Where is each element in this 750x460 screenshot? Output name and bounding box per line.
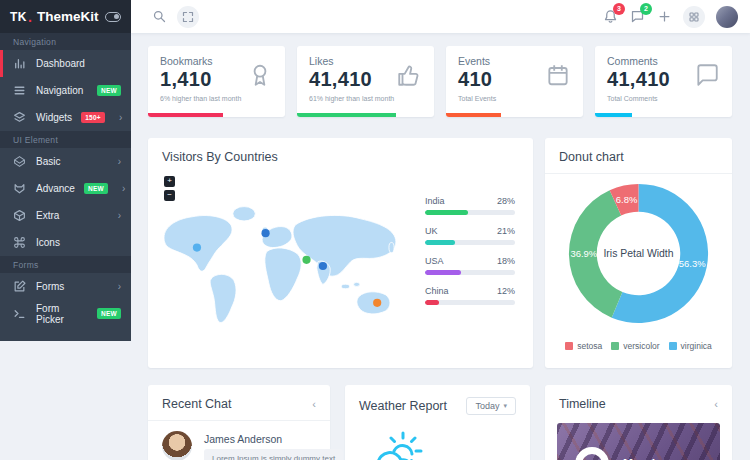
sidebar-item-advance[interactable]: Advance NEW ›	[0, 175, 131, 202]
count-badge: 150+	[81, 112, 105, 123]
country-name: India	[425, 196, 445, 206]
message-icon[interactable]: 2	[629, 9, 645, 25]
stat-subtext: Total Comments	[607, 95, 720, 102]
donut-chart[interactable]: 6.8% 36.9% 56.3% Iris Petal Width	[557, 172, 720, 335]
sidebar-item-forms[interactable]: Forms ›	[0, 273, 131, 300]
brand: TK . ThemeKit	[0, 0, 131, 33]
legend-label: setosa	[577, 341, 602, 351]
new-badge: NEW	[97, 85, 121, 96]
sidebar-item-label: Form Picker	[36, 303, 88, 325]
timeline-title: Timeline	[559, 397, 606, 411]
plus-icon[interactable]	[656, 9, 672, 25]
sidebar-item-extra[interactable]: Extra ›	[0, 202, 131, 229]
stat-progress	[595, 113, 732, 117]
timeline-image[interactable]: Monday	[557, 423, 720, 460]
sidebar-item-label: Dashboard	[36, 58, 85, 69]
visitors-card: Visitors By Countries + − India 28%	[148, 138, 533, 368]
legend-swatch	[565, 342, 573, 350]
stat-subtext: Total Events	[458, 95, 571, 102]
box-icon	[13, 209, 27, 223]
country-progress	[425, 270, 515, 275]
country-percent: 18%	[497, 256, 515, 266]
donut-label-versicolor: 36.9%	[570, 248, 597, 259]
brand-mark: TK	[10, 10, 27, 24]
award-icon	[247, 62, 273, 88]
country-name: UK	[425, 226, 438, 236]
country-row: China 12%	[425, 286, 515, 305]
timeline-card: Timeline ‹ Monday	[545, 385, 732, 460]
legend-item-virginica[interactable]: virginica	[669, 341, 712, 351]
mask-icon	[13, 182, 27, 196]
comment-icon	[694, 62, 720, 88]
topbar: 3 2	[131, 0, 750, 33]
stat-card-comments: Comments 41,410 Total Comments	[595, 46, 732, 117]
notification-count-badge: 3	[613, 3, 625, 15]
stat-subtext: 61% higher than last month	[309, 95, 422, 102]
sidebar-item-navigation[interactable]: Navigation NEW	[0, 77, 131, 104]
donut-title: Donut chart	[559, 150, 624, 164]
country-percent: 28%	[497, 196, 515, 206]
sidebar-section-forms: Forms	[0, 256, 131, 273]
country-progress	[425, 300, 515, 305]
country-list: India 28% UK 21% USA 18% China 12%	[425, 196, 515, 316]
map-marker-usa	[193, 243, 201, 251]
legend-swatch	[611, 342, 619, 350]
visitors-title: Visitors By Countries	[162, 150, 278, 164]
calendar-icon	[545, 62, 571, 88]
thumbs-up-icon	[396, 62, 422, 88]
weather-card: Weather Report Today ▾	[345, 385, 530, 460]
sidebar-item-form-picker[interactable]: Form Picker NEW	[0, 300, 131, 327]
legend-item-versicolor[interactable]: versicolor	[611, 341, 659, 351]
sidebar-item-label: Advance	[36, 183, 75, 194]
sidebar-collapse-toggle-icon[interactable]	[105, 12, 121, 22]
weather-range-select[interactable]: Today ▾	[466, 397, 516, 415]
sidebar-item-basic[interactable]: Basic ›	[0, 148, 131, 175]
legend-label: versicolor	[623, 341, 659, 351]
map-marker-india	[319, 262, 327, 270]
terminal-icon	[13, 307, 27, 321]
sidebar: TK . ThemeKit Navigation Dashboard Navig…	[0, 0, 131, 341]
world-map[interactable]	[156, 194, 412, 340]
menu-icon	[13, 84, 27, 98]
fullscreen-icon[interactable]	[177, 6, 199, 28]
stat-card-bookmarks: Bookmarks 1,410 6% higher than last mont…	[148, 46, 285, 117]
command-icon	[13, 236, 27, 250]
bell-icon[interactable]: 3	[602, 9, 618, 25]
country-row: USA 18%	[425, 256, 515, 275]
sidebar-item-label: Forms	[36, 281, 64, 292]
donut-label-setosa: 6.8%	[616, 194, 638, 205]
search-icon[interactable]	[151, 9, 167, 25]
weather-range-value: Today	[475, 401, 499, 411]
chat-message: Lorem Ipsum is simply dummy text	[204, 449, 343, 460]
map-marker-middle-east	[302, 256, 310, 264]
chat-user-avatar[interactable]	[162, 431, 192, 460]
timeline-marker-icon	[575, 447, 609, 460]
sidebar-item-dashboard[interactable]: Dashboard	[0, 50, 131, 77]
recent-chat-card: Recent Chat ‹ James Anderson Lorem Ipsum…	[148, 385, 330, 460]
sidebar-item-label: Navigation	[36, 85, 83, 96]
country-row: India 28%	[425, 196, 515, 215]
legend-item-setosa[interactable]: setosa	[565, 341, 602, 351]
sidebar-item-widgets[interactable]: Widgets 150+ ›	[0, 104, 131, 131]
donut-center-label: Iris Petal Width	[603, 248, 673, 259]
sun-cloud-icon	[363, 429, 433, 460]
chevron-right-icon: ›	[118, 156, 121, 167]
sidebar-item-icons[interactable]: Icons	[0, 229, 131, 256]
apps-grid-icon[interactable]	[683, 6, 705, 28]
country-progress	[425, 240, 515, 245]
donut-legend: setosa versicolor virginica	[545, 341, 732, 351]
donut-card: Donut chart 6.8% 36.9% 56.3% Iris Petal …	[545, 138, 732, 368]
map-zoom-in-button[interactable]: +	[164, 176, 175, 187]
country-progress	[425, 210, 515, 215]
sidebar-section-ui-element: UI Element	[0, 131, 131, 148]
stat-progress	[148, 113, 285, 117]
chevron-left-icon[interactable]: ‹	[312, 398, 316, 410]
chevron-right-icon: ›	[122, 183, 125, 194]
new-badge: NEW	[97, 308, 121, 319]
codepen-icon	[13, 155, 27, 169]
user-avatar[interactable]	[716, 6, 738, 28]
chevron-left-icon[interactable]: ‹	[714, 398, 718, 410]
new-badge: NEW	[84, 183, 108, 194]
sidebar-item-label: Extra	[36, 210, 59, 221]
country-percent: 12%	[497, 286, 515, 296]
